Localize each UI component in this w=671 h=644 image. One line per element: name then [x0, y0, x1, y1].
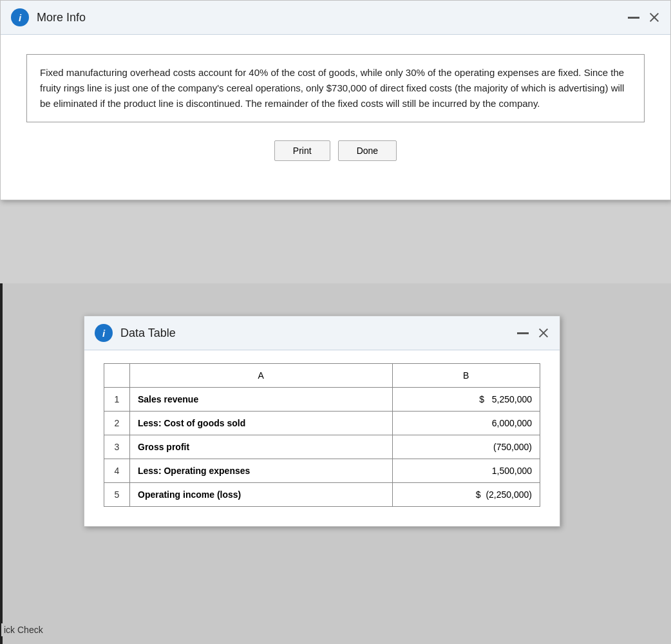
- data-table-dialog: i Data Table A B 1 Sales revenue $ 5,250…: [84, 316, 560, 527]
- more-info-title: More Info: [37, 11, 628, 24]
- click-check-label: ick Check: [1, 623, 46, 636]
- table-row: 1 Sales revenue $ 5,250,000: [104, 388, 540, 412]
- more-info-controls: [628, 12, 660, 23]
- col-empty-header: [104, 364, 130, 388]
- data-table-info-icon: i: [95, 324, 113, 342]
- table-row: 5 Operating income (loss) $ (2,250,000): [104, 483, 540, 507]
- row-num-3: 3: [104, 435, 130, 459]
- more-info-close-button[interactable]: [648, 12, 660, 23]
- row-label-3: Gross profit: [130, 435, 393, 459]
- more-info-titlebar: i More Info: [1, 1, 670, 35]
- more-info-minimize-button[interactable]: [628, 17, 639, 19]
- info-icon: i: [11, 8, 29, 26]
- row-num-2: 2: [104, 412, 130, 435]
- table-row: 3 Gross profit (750,000): [104, 435, 540, 459]
- data-table-title: Data Table: [120, 327, 517, 340]
- table-row: 4 Less: Operating expenses 1,500,000: [104, 459, 540, 483]
- row-value-1: $ 5,250,000: [392, 388, 540, 412]
- data-table-controls: [517, 327, 549, 339]
- data-table-body: A B 1 Sales revenue $ 5,250,000 2 Less: …: [84, 350, 560, 526]
- more-info-buttons: Print Done: [26, 140, 645, 180]
- data-table-minimize-button[interactable]: [517, 332, 529, 334]
- row-num-5: 5: [104, 483, 130, 507]
- row-label-2: Less: Cost of goods sold: [130, 412, 393, 435]
- row-value-5: $ (2,250,000): [392, 483, 540, 507]
- info-text-content: Fixed manufacturing overhead costs accou…: [26, 54, 645, 122]
- more-info-body: Fixed manufacturing overhead costs accou…: [1, 35, 670, 200]
- col-a-header: A: [130, 364, 393, 388]
- data-table-titlebar: i Data Table: [84, 316, 560, 350]
- col-b-header: B: [392, 364, 540, 388]
- row-num-4: 4: [104, 459, 130, 483]
- done-button[interactable]: Done: [338, 140, 397, 161]
- data-table-close-button[interactable]: [538, 327, 549, 339]
- row-label-1: Sales revenue: [130, 388, 393, 412]
- print-button[interactable]: Print: [274, 140, 330, 161]
- row-value-2: 6,000,000: [392, 412, 540, 435]
- left-border: [0, 283, 3, 644]
- row-value-3: (750,000): [392, 435, 540, 459]
- table-row: 2 Less: Cost of goods sold 6,000,000: [104, 412, 540, 435]
- row-num-1: 1: [104, 388, 130, 412]
- more-info-dialog: i More Info Fixed manufacturing overhead…: [0, 0, 671, 200]
- row-value-4: 1,500,000: [392, 459, 540, 483]
- data-table: A B 1 Sales revenue $ 5,250,000 2 Less: …: [104, 363, 540, 507]
- row-label-5: Operating income (loss): [130, 483, 393, 507]
- row-label-4: Less: Operating expenses: [130, 459, 393, 483]
